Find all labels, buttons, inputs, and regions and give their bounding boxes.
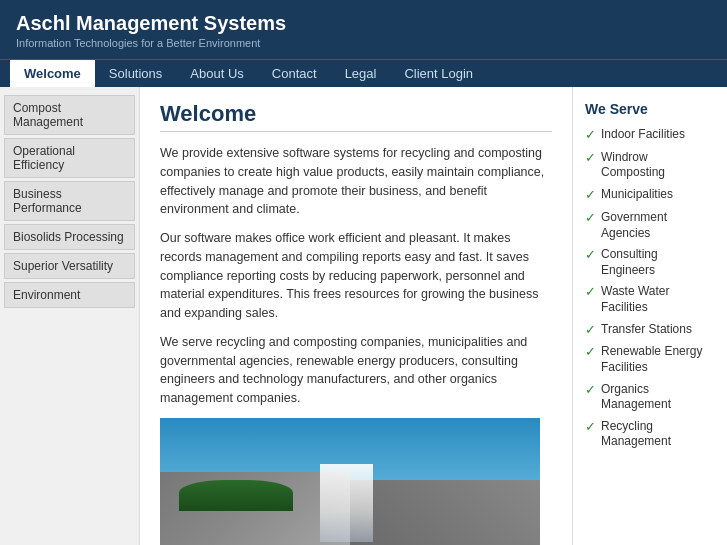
main-paragraph-2: We serve recycling and composting compan…: [160, 333, 552, 408]
serve-item-8: ✓Organics Management: [585, 382, 715, 413]
sidebar-item-3[interactable]: Biosolids Processing: [4, 224, 135, 250]
main-paragraph-0: We provide extensive software systems fo…: [160, 144, 552, 219]
content-area: Compost ManagementOperational Efficiency…: [0, 87, 727, 545]
nav-item-contact[interactable]: Contact: [258, 60, 331, 87]
site-subtitle: Information Technologies for a Better En…: [16, 37, 711, 49]
check-icon: ✓: [585, 344, 596, 361]
serve-item-6: ✓Transfer Stations: [585, 322, 715, 339]
navigation: WelcomeSolutionsAbout UsContactLegalClie…: [0, 59, 727, 87]
serve-item-2: ✓Municipalities: [585, 187, 715, 204]
serve-item-label: Windrow Composting: [601, 150, 715, 181]
serve-item-label: Waste Water Facilities: [601, 284, 715, 315]
serve-item-0: ✓Indoor Facilities: [585, 127, 715, 144]
serve-item-9: ✓Recycling Management: [585, 419, 715, 450]
check-icon: ✓: [585, 322, 596, 339]
sidebar-item-5[interactable]: Environment: [4, 282, 135, 308]
check-icon: ✓: [585, 419, 596, 436]
serve-item-7: ✓Renewable Energy Facilities: [585, 344, 715, 375]
nav-item-welcome[interactable]: Welcome: [10, 60, 95, 87]
sidebar-item-0[interactable]: Compost Management: [4, 95, 135, 135]
serve-item-label: Government Agencies: [601, 210, 715, 241]
right-panel: We Serve ✓Indoor Facilities✓Windrow Comp…: [572, 87, 727, 545]
check-icon: ✓: [585, 187, 596, 204]
sidebar-item-1[interactable]: Operational Efficiency: [4, 138, 135, 178]
check-icon: ✓: [585, 247, 596, 264]
sidebar-item-2[interactable]: Business Performance: [4, 181, 135, 221]
right-panel-heading: We Serve: [585, 101, 715, 117]
nav-item-legal[interactable]: Legal: [331, 60, 391, 87]
nav-item-solutions[interactable]: Solutions: [95, 60, 176, 87]
serve-item-label: Renewable Energy Facilities: [601, 344, 715, 375]
serve-item-4: ✓Consulting Engineers: [585, 247, 715, 278]
nav-item-client-login[interactable]: Client Login: [390, 60, 487, 87]
serve-item-label: Indoor Facilities: [601, 127, 685, 143]
sidebar: Compost ManagementOperational Efficiency…: [0, 87, 140, 545]
serve-list: ✓Indoor Facilities✓Windrow Composting✓Mu…: [585, 127, 715, 450]
serve-item-label: Organics Management: [601, 382, 715, 413]
main-paragraphs: We provide extensive software systems fo…: [160, 144, 552, 408]
check-icon: ✓: [585, 210, 596, 227]
serve-item-label: Recycling Management: [601, 419, 715, 450]
serve-item-3: ✓Government Agencies: [585, 210, 715, 241]
check-icon: ✓: [585, 284, 596, 301]
page-title: Welcome: [160, 101, 552, 132]
serve-item-label: Transfer Stations: [601, 322, 692, 338]
main-content: Welcome We provide extensive software sy…: [140, 87, 572, 545]
check-icon: ✓: [585, 150, 596, 167]
serve-item-5: ✓Waste Water Facilities: [585, 284, 715, 315]
check-icon: ✓: [585, 382, 596, 399]
header: Aschl Management Systems Information Tec…: [0, 0, 727, 59]
waterfall-image: [160, 418, 540, 545]
main-paragraph-1: Our software makes office work efficient…: [160, 229, 552, 323]
site-title: Aschl Management Systems: [16, 12, 711, 35]
check-icon: ✓: [585, 127, 596, 144]
serve-item-1: ✓Windrow Composting: [585, 150, 715, 181]
nav-item-about-us[interactable]: About Us: [176, 60, 257, 87]
serve-item-label: Consulting Engineers: [601, 247, 715, 278]
sidebar-item-4[interactable]: Superior Versatility: [4, 253, 135, 279]
serve-item-label: Municipalities: [601, 187, 673, 203]
